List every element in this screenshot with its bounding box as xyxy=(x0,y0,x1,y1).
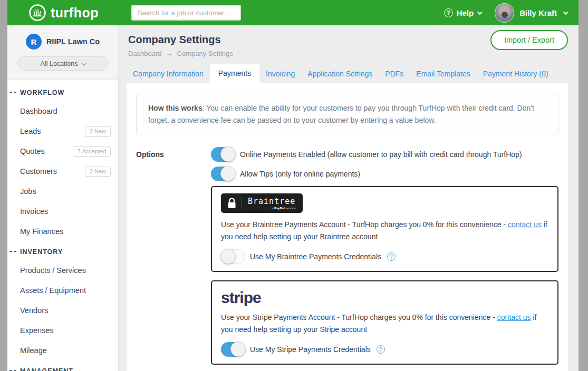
online-payments-label: Online Payments Enabled (allow customer … xyxy=(240,150,522,159)
help-label: Help xyxy=(457,8,474,17)
tab-payment-history[interactable]: Payment History (0) xyxy=(477,65,555,83)
braintree-description: Use your Braintree Payments Account - Tu… xyxy=(221,219,548,243)
sidebar-item-my-finances[interactable]: My Finances xyxy=(7,221,118,241)
sidebar-item-leads[interactable]: Leads 2 New xyxy=(7,121,118,141)
stripe-description: Use your Stripe Payments Account - TurfH… xyxy=(221,311,548,336)
settings-tabs: Company Information Payments Invoicing A… xyxy=(127,64,568,83)
customers-badge: 2 New xyxy=(85,167,111,177)
braintree-help-icon[interactable]: ? xyxy=(387,252,396,261)
section-dashes-icon xyxy=(9,251,16,252)
sidebar-item-products-services[interactable]: Products / Services xyxy=(7,260,118,280)
tab-email-templates[interactable]: Email Templates xyxy=(410,65,476,83)
tab-company-information[interactable]: Company Information xyxy=(127,65,210,83)
sidebar-item-customers[interactable]: Customers 2 New xyxy=(7,161,118,181)
chevron-down-icon xyxy=(82,61,86,65)
sidebar-item-expenses[interactable]: Expenses xyxy=(7,320,118,340)
braintree-card: Braintree a PayPal service Use your Brai… xyxy=(211,186,558,272)
sidebar-nav: WORKFLOW Dashboard Leads 2 New Quotes 7 … xyxy=(7,80,118,371)
global-search-input[interactable] xyxy=(131,5,241,21)
section-management: MANAGEMENT xyxy=(7,360,118,371)
allow-tips-label: Allow Tips (only for online payments) xyxy=(240,170,360,178)
braintree-credentials-label: Use My Braintree Payments Credentials xyxy=(250,252,381,261)
sidebar-item-quotes[interactable]: Quotes 7 Accepted xyxy=(7,141,118,161)
toggle-knob xyxy=(230,341,246,357)
lock-icon xyxy=(227,198,236,209)
toggle-knob xyxy=(220,249,236,264)
sidebar-item-jobs[interactable]: Jobs xyxy=(7,181,118,201)
stripe-credentials-label: Use My Stripe Payments Credentials xyxy=(250,345,371,354)
section-inventory: INVENTORY xyxy=(7,241,118,260)
app-frame: turfhop ? Help Billy Kraft xyxy=(0,0,588,371)
breadcrumb-current: Company Settings xyxy=(177,50,233,57)
user-menu[interactable]: Billy Kraft xyxy=(495,3,567,23)
top-navbar: turfhop ? Help Billy Kraft xyxy=(7,0,579,25)
company-avatar: R xyxy=(26,34,42,50)
sidebar: R RIIPL Lawn Co All Locations WORKFLOW D… xyxy=(7,25,119,371)
how-this-works-box: How this works: You can enable the abili… xyxy=(136,94,558,134)
braintree-logo: Braintree a PayPal service xyxy=(221,193,303,213)
company-name: RIIPL Lawn Co xyxy=(46,37,100,46)
options-label: Options xyxy=(136,147,211,364)
stripe-card: stripe Use your Stripe Payments Account … xyxy=(211,280,558,365)
chevron-down-icon xyxy=(563,9,568,15)
sidebar-item-invoices[interactable]: Invoices xyxy=(7,201,118,221)
tab-payments[interactable]: Payments xyxy=(210,64,259,83)
user-name: Billy Kraft xyxy=(519,8,557,17)
tab-pdfs[interactable]: PDFs xyxy=(379,65,410,83)
braintree-wordmark: Braintree xyxy=(248,197,295,206)
tab-application-settings[interactable]: Application Settings xyxy=(301,65,379,83)
braintree-contact-us-link[interactable]: contact us xyxy=(508,220,542,229)
help-menu[interactable]: ? Help xyxy=(444,8,481,17)
section-workflow: WORKFLOW xyxy=(7,82,118,101)
breadcrumb-arrow-icon: → xyxy=(166,50,173,57)
locations-label: All Locations xyxy=(41,60,78,67)
sidebar-item-dashboard[interactable]: Dashboard xyxy=(7,101,118,121)
logo-divider xyxy=(242,197,242,209)
quotes-badge: 7 Accepted xyxy=(73,147,111,157)
help-icon: ? xyxy=(444,8,453,17)
online-payments-toggle[interactable] xyxy=(211,147,235,162)
brand-name: turfhop xyxy=(51,5,99,21)
import-export-button[interactable]: Import / Export xyxy=(490,30,568,50)
chevron-down-icon xyxy=(477,9,483,15)
turfhop-logo[interactable]: turfhop xyxy=(28,4,99,22)
user-avatar xyxy=(495,3,514,23)
locations-dropdown[interactable]: All Locations xyxy=(17,56,108,71)
window-edge-left xyxy=(0,0,7,371)
section-dashes-icon xyxy=(9,92,16,93)
payments-panel: How this works: You can enable the abili… xyxy=(127,83,568,371)
toggle-knob xyxy=(220,166,236,181)
info-title: How this works xyxy=(148,104,203,112)
sidebar-item-assets-equipment[interactable]: Assets / Equipment xyxy=(7,280,118,300)
sidebar-item-vendors[interactable]: Vendors xyxy=(7,300,118,320)
braintree-credentials-toggle[interactable] xyxy=(221,249,245,264)
stripe-credentials-toggle[interactable] xyxy=(221,342,245,357)
stripe-contact-us-link[interactable]: contact us xyxy=(497,313,531,321)
window-edge-right xyxy=(579,0,588,371)
breadcrumb-dashboard[interactable]: Dashboard xyxy=(128,50,162,57)
breadcrumb: Dashboard → Company Settings xyxy=(128,50,568,57)
leads-badge: 2 New xyxy=(85,126,111,136)
main-content: Company Settings Dashboard → Company Set… xyxy=(119,25,579,371)
sidebar-item-mileage[interactable]: Mileage xyxy=(7,340,118,360)
info-text: : You can enable the ability for your cu… xyxy=(148,104,534,124)
allow-tips-toggle[interactable] xyxy=(211,167,235,181)
stripe-help-icon[interactable]: ? xyxy=(377,345,385,354)
turfhop-grass-icon xyxy=(28,4,46,22)
tab-invoicing[interactable]: Invoicing xyxy=(259,65,301,83)
company-header: R RIIPL Lawn Co All Locations xyxy=(7,25,118,80)
paypal-service-text: a PayPal service xyxy=(272,207,295,210)
toggle-knob xyxy=(220,147,236,162)
stripe-wordmark: stripe xyxy=(221,290,548,306)
